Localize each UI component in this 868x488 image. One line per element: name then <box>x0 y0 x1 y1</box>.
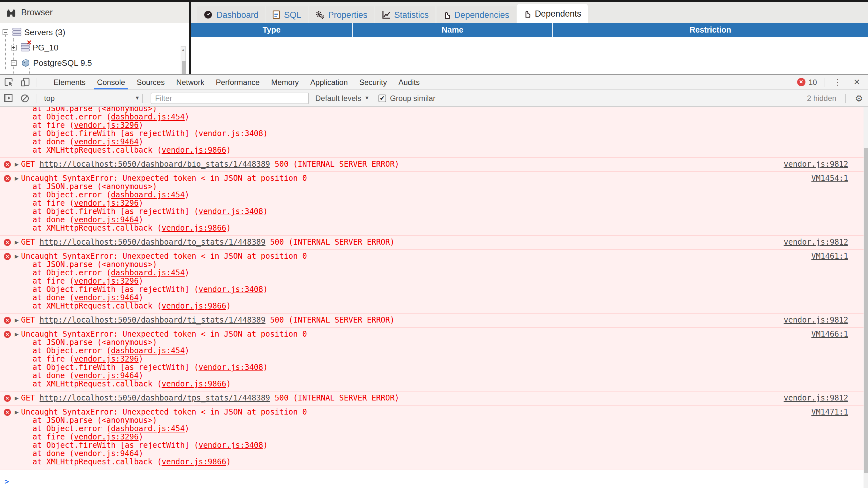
collapse-box-icon[interactable] <box>3 29 8 35</box>
device-toolbar-icon[interactable] <box>20 77 30 87</box>
binoculars-icon <box>6 8 16 17</box>
tab-properties[interactable]: Properties <box>309 6 374 23</box>
expand-triangle-icon[interactable]: ▶ <box>15 330 19 338</box>
tab-statistics[interactable]: Statistics <box>375 6 435 23</box>
console-message: ✕▶Uncaught SyntaxError: Unexpected token… <box>0 406 864 469</box>
source-location-link[interactable]: vendor.js:9812 <box>784 238 848 247</box>
stack-file-link[interactable]: vendor.js:3408 <box>198 129 263 138</box>
stack-frame-line: at done (vendor.js:9464) <box>0 372 848 380</box>
stack-file-link[interactable]: vendor.js:3408 <box>198 285 263 294</box>
console-prompt-row[interactable]: > <box>0 475 864 488</box>
expand-triangle-icon[interactable]: ▶ <box>15 408 19 416</box>
stack-file-link[interactable]: dashboard.js:454 <box>111 190 185 199</box>
expand-triangle-icon[interactable]: ▶ <box>15 316 19 324</box>
column-header-restriction[interactable]: Restriction <box>553 23 868 37</box>
stack-file-link[interactable]: vendor.js:3408 <box>198 441 263 450</box>
source-location-link[interactable]: VM1471:1 <box>811 407 848 417</box>
console-scrollbar-thumb[interactable] <box>864 148 868 473</box>
column-header-type[interactable]: Type <box>191 23 353 37</box>
stack-file-link[interactable]: vendor.js:9866 <box>162 457 226 466</box>
stack-file-link[interactable]: vendor.js:3296 <box>74 199 138 208</box>
stack-file-link[interactable]: dashboard.js:454 <box>111 424 185 433</box>
devtools-tab-performance[interactable]: Performance <box>210 75 265 89</box>
stack-file-link[interactable]: vendor.js:3296 <box>74 354 138 364</box>
column-header-name[interactable]: Name <box>353 23 553 37</box>
console-settings-gear-icon[interactable]: ⚙ <box>855 93 863 103</box>
request-url-link[interactable]: http://localhost:5050/dashboard/tps_stat… <box>39 394 270 402</box>
expand-triangle-icon[interactable]: ▶ <box>15 238 19 246</box>
stack-file-link[interactable]: dashboard.js:454 <box>111 112 185 121</box>
dependents-grid-body <box>191 37 868 74</box>
log-levels-select[interactable]: Default levels ▼ <box>315 93 370 103</box>
stack-file-link[interactable]: vendor.js:3408 <box>198 363 263 372</box>
expand-box-icon[interactable] <box>11 45 17 50</box>
frame-context-select[interactable]: top ▼ <box>39 93 140 103</box>
group-similar-checkbox[interactable]: ✔ <box>378 94 386 102</box>
devtools-tab-sources[interactable]: Sources <box>131 75 170 89</box>
source-location-link[interactable]: VM1461:1 <box>811 252 848 261</box>
stack-file-link[interactable]: vendor.js:3408 <box>198 207 263 216</box>
source-location-link[interactable]: vendor.js:9812 <box>784 316 848 324</box>
collapse-box-icon[interactable] <box>11 60 17 65</box>
stack-frame-line: at JSON.parse (<anonymous>) <box>0 417 848 425</box>
source-location-link[interactable]: vendor.js:9812 <box>784 160 848 169</box>
expand-triangle-icon[interactable]: ▶ <box>15 394 19 402</box>
stack-file-link[interactable]: vendor.js:9464 <box>74 449 138 458</box>
stack-file-link[interactable]: vendor.js:9464 <box>74 215 138 224</box>
stack-file-link[interactable]: vendor.js:9464 <box>74 371 138 380</box>
expand-triangle-icon[interactable]: ▶ <box>15 160 19 168</box>
expand-triangle-icon[interactable]: ▶ <box>15 252 19 260</box>
devtools-tab-application[interactable]: Application <box>304 75 353 89</box>
stack-frame-line: at Object.fireWith [as rejectWith] (vend… <box>0 441 848 450</box>
source-location-link[interactable]: vendor.js:9812 <box>784 394 848 402</box>
tree-item-servers[interactable]: Servers (3) <box>3 25 65 39</box>
error-count[interactable]: 10 <box>808 78 817 87</box>
stack-file-link[interactable]: dashboard.js:454 <box>111 268 185 277</box>
clear-console-icon[interactable] <box>20 93 30 103</box>
expand-triangle-icon[interactable]: ▶ <box>15 174 19 182</box>
devtools-tab-audits[interactable]: Audits <box>393 75 425 89</box>
tree-item-pg10[interactable]: ✕ PG_10 <box>11 40 58 54</box>
stack-frame-line: at Object.fireWith [as rejectWith] (vend… <box>0 286 848 294</box>
devtools-tab-elements[interactable]: Elements <box>48 75 91 89</box>
hidden-messages-count[interactable]: 2 hidden <box>807 93 836 103</box>
scroll-up-icon[interactable]: ▲ <box>181 47 185 52</box>
stack-file-link[interactable]: vendor.js:9866 <box>162 146 226 154</box>
tab-dependents[interactable]: Dependents <box>517 4 588 23</box>
kebab-menu-icon[interactable]: ⋮ <box>828 77 847 87</box>
message-source-link-wrap: VM1461:1 <box>811 252 848 261</box>
tab-label: Dependencies <box>454 10 509 20</box>
browser-panel: Browser Servers (3) <box>0 2 189 74</box>
error-circle-icon: ✕ <box>4 331 11 338</box>
stack-file-link[interactable]: vendor.js:9464 <box>74 293 138 302</box>
stack-file-link[interactable]: vendor.js:3296 <box>74 277 138 286</box>
stack-file-link[interactable]: vendor.js:9866 <box>162 302 226 310</box>
stack-frame-line: at XMLHttpRequest.callback (vendor.js:98… <box>0 146 848 154</box>
request-url-link[interactable]: http://localhost:5050/dashboard/ti_stats… <box>39 316 266 324</box>
message-source-link-wrap: VM1466:1 <box>811 330 848 339</box>
devtools-tab-security[interactable]: Security <box>353 75 393 89</box>
console-filter-input[interactable] <box>151 92 309 104</box>
devtools-tab-network[interactable]: Network <box>170 75 210 89</box>
stack-file-link[interactable]: dashboard.js:454 <box>111 346 185 355</box>
request-url-link[interactable]: http://localhost:5050/dashboard/to_stats… <box>39 238 266 247</box>
source-location-link[interactable]: VM1466:1 <box>811 329 848 339</box>
request-url-link[interactable]: http://localhost:5050/dashboard/bio_stat… <box>39 160 270 169</box>
stack-file-link[interactable]: vendor.js:9866 <box>162 224 226 232</box>
inspect-element-icon[interactable] <box>3 77 13 87</box>
console-sidebar-icon[interactable] <box>3 93 13 103</box>
console-scrollbar[interactable] <box>864 107 868 488</box>
tab-dependencies[interactable]: Dependencies <box>436 6 516 23</box>
tree-item-postgresql95[interactable]: PostgreSQL 9.5 <box>11 56 92 69</box>
close-devtools-icon[interactable]: ✕ <box>847 77 864 87</box>
devtools-tab-console[interactable]: Console <box>91 75 131 89</box>
source-location-link[interactable]: VM1454:1 <box>811 174 848 183</box>
stack-file-link[interactable]: vendor.js:3296 <box>74 432 138 441</box>
tab-sql[interactable]: SQL <box>266 6 308 23</box>
devtools-tab-memory[interactable]: Memory <box>266 75 305 89</box>
stack-file-link[interactable]: vendor.js:9866 <box>162 379 226 389</box>
stack-file-link[interactable]: vendor.js:3296 <box>74 121 138 130</box>
error-badge-icon[interactable]: ✕ <box>797 78 805 86</box>
tab-dashboard[interactable]: Dashboard <box>197 6 265 23</box>
stack-file-link[interactable]: vendor.js:9464 <box>74 137 138 146</box>
